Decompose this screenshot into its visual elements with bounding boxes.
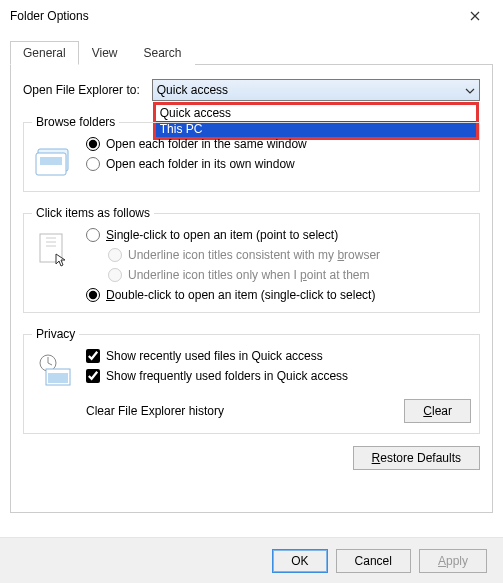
open-explorer-combo[interactable]: Quick access Quick access This PC	[152, 79, 480, 101]
tab-panel-general: Open File Explorer to: Quick access Quic…	[10, 65, 493, 513]
browse-folders-group: Browse folders Open each folder in the s…	[23, 115, 480, 192]
check-recent-files[interactable]: Show recently used files in Quick access	[86, 349, 471, 363]
browse-folders-legend: Browse folders	[32, 115, 119, 129]
close-button[interactable]	[455, 3, 495, 29]
radio-double-click[interactable]: Double-click to open an item (single-cli…	[86, 288, 471, 302]
titlebar: Folder Options	[0, 0, 503, 32]
svg-rect-6	[48, 373, 68, 383]
privacy-icon	[32, 349, 76, 393]
check-frequent-folders[interactable]: Show frequently used folders in Quick ac…	[86, 369, 471, 383]
clear-history-label: Clear File Explorer history	[86, 404, 394, 418]
dialog-buttons: OK Cancel Apply	[0, 537, 503, 583]
radio-single-click[interactable]: Single-click to open an item (point to s…	[86, 228, 471, 242]
privacy-legend: Privacy	[32, 327, 79, 341]
radio-same-window[interactable]: Open each folder in the same window	[86, 137, 471, 151]
ok-button[interactable]: OK	[272, 549, 327, 573]
dialog-content: General View Search Open File Explorer t…	[0, 32, 503, 513]
window-title: Folder Options	[10, 9, 455, 23]
open-explorer-row: Open File Explorer to: Quick access Quic…	[23, 79, 480, 101]
radio-underline-browser: Underline icon titles consistent with my…	[86, 248, 471, 262]
cancel-button[interactable]: Cancel	[336, 549, 411, 573]
restore-defaults-button[interactable]: Restore Defaults	[353, 446, 480, 470]
privacy-group: Privacy Show recently used files in Quic…	[23, 327, 480, 434]
folders-icon	[32, 137, 76, 181]
tab-view[interactable]: View	[79, 41, 131, 65]
svg-rect-2	[40, 157, 62, 165]
click-icon	[32, 228, 76, 272]
chevron-down-icon	[465, 83, 475, 97]
radio-underline-point: Underline icon titles only when I point …	[86, 268, 471, 282]
open-explorer-label: Open File Explorer to:	[23, 83, 140, 97]
clear-button[interactable]: Clear	[404, 399, 471, 423]
radio-own-window[interactable]: Open each folder in its own window	[86, 157, 471, 171]
tab-general[interactable]: General	[10, 41, 79, 65]
combo-value: Quick access	[157, 83, 228, 97]
click-items-group: Click items as follows Single-click to o…	[23, 206, 480, 313]
close-icon	[470, 11, 480, 21]
apply-button: Apply	[419, 549, 487, 573]
tab-search[interactable]: Search	[131, 41, 195, 65]
click-items-legend: Click items as follows	[32, 206, 154, 220]
tabstrip: General View Search	[10, 40, 493, 65]
